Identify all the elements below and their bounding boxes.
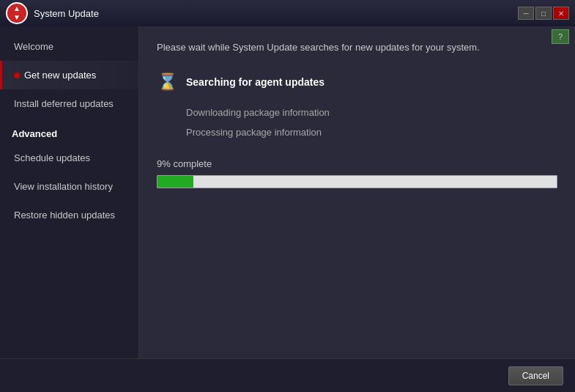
sidebar-item-label: Schedule updates: [14, 152, 90, 163]
window-title: System Update: [34, 8, 99, 19]
sidebar-item-restore-hidden-updates[interactable]: Restore hidden updates: [0, 201, 138, 229]
close-button[interactable]: ✕: [553, 7, 569, 20]
title-bar: ▲ ▼ System Update ─ □ ✕: [0, 0, 575, 26]
sidebar-item-label: View installation history: [14, 181, 113, 192]
content-description: Please wait while System Update searches…: [157, 41, 557, 54]
help-icon-area: ?: [552, 29, 569, 44]
help-button[interactable]: ?: [552, 29, 569, 44]
progress-bar-container: [157, 175, 557, 188]
arrow-down-icon: ▼: [13, 14, 21, 21]
arrow-up-icon: ▲: [13, 5, 21, 12]
window-controls: ─ □ ✕: [518, 7, 569, 20]
active-dot-icon: [14, 73, 20, 78]
sidebar-item-view-installation-history[interactable]: View installation history: [0, 172, 138, 201]
sidebar-item-label: Get new updates: [24, 70, 96, 81]
progress-label: 9% complete: [157, 158, 557, 169]
content-panel: ? Please wait while System Update search…: [139, 26, 575, 358]
bottom-bar: Cancel: [0, 358, 575, 392]
minimize-button[interactable]: ─: [518, 7, 534, 20]
app-icon: ▲ ▼: [6, 2, 28, 24]
searching-label: Searching for agent updates: [186, 76, 324, 88]
search-status-row: ⌛ Searching for agent updates: [157, 72, 557, 92]
sidebar: Welcome Get new updates Install deferred…: [0, 26, 139, 358]
restore-button[interactable]: □: [535, 7, 552, 20]
progress-section: 9% complete: [157, 158, 557, 188]
sidebar-item-label: Welcome: [14, 41, 53, 52]
status-line-2: Processing package information: [186, 127, 557, 138]
cancel-button[interactable]: Cancel: [508, 366, 563, 385]
sidebar-item-label: Restore hidden updates: [14, 210, 115, 221]
title-bar-left: ▲ ▼ System Update: [6, 2, 99, 24]
sidebar-item-welcome[interactable]: Welcome: [0, 32, 138, 61]
main-content: Welcome Get new updates Install deferred…: [0, 26, 575, 358]
sidebar-item-get-new-updates[interactable]: Get new updates: [0, 61, 138, 89]
sidebar-item-install-deferred-updates[interactable]: Install deferred updates: [0, 89, 138, 118]
hourglass-icon: ⌛: [157, 72, 177, 92]
status-line-1: Downloading package information: [186, 107, 557, 118]
advanced-section-header: Advanced: [0, 118, 138, 144]
sidebar-item-schedule-updates[interactable]: Schedule updates: [0, 144, 138, 172]
sidebar-item-label: Install deferred updates: [14, 98, 114, 109]
progress-bar-fill: [157, 176, 193, 188]
